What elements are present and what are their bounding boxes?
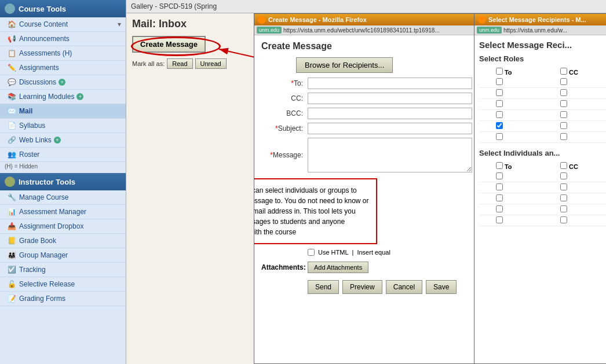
app-container: Course Tools 🏠 Course Content ▾ 📢 Announ…: [0, 0, 606, 364]
cancel-button[interactable]: Cancel: [386, 280, 422, 294]
sidebar-item-course-content[interactable]: 🏠 Course Content ▾: [0, 17, 126, 32]
roster-icon: 👥: [7, 150, 16, 159]
sidebar-item-grading-forms[interactable]: 📝 Grading Forms: [0, 292, 126, 306]
cc-input[interactable]: [308, 93, 472, 104]
sidebar-item-assignments[interactable]: ✏️ Assignments: [0, 61, 126, 75]
sidebar-item-group-manager[interactable]: 👨‍👩‍👧 Group Manager: [0, 248, 126, 263]
sidebar-item-assessments[interactable]: 📋 Assessments (H): [0, 46, 126, 61]
manage-icon: 🔧: [7, 193, 16, 202]
ind-cc-label: CC: [569, 163, 578, 170]
use-html-label: Use HTML: [318, 249, 349, 256]
attachments-row: Attachments: Add Attachments: [261, 258, 472, 277]
modules-badge: +: [76, 93, 83, 100]
unread-button[interactable]: Unread: [195, 58, 227, 69]
add-attachments-button[interactable]: Add Attachments: [308, 262, 368, 273]
i2-cc[interactable]: [560, 183, 567, 190]
announcement-icon: 📢: [7, 34, 16, 43]
save-button[interactable]: Save: [426, 280, 457, 294]
sidebar-item-grade-book[interactable]: 📒 Grade Book: [0, 234, 126, 248]
create-message-button[interactable]: Create Message: [132, 36, 206, 53]
table-row: [479, 121, 606, 132]
sidebar-item-web-links[interactable]: 🔗 Web Links +: [0, 133, 126, 148]
roles-cc-checkbox[interactable]: [560, 68, 567, 75]
r2-cc[interactable]: [560, 89, 567, 96]
sidebar-item-tracking[interactable]: ☑️ Tracking: [0, 263, 126, 277]
r3-to[interactable]: [496, 100, 503, 107]
main-content: Gallery - SPCD-519 (Spring Mail: Inbox C…: [126, 0, 606, 364]
r4-cc[interactable]: [560, 111, 567, 118]
gallery-bar: Gallery - SPCD-519 (Spring: [126, 0, 606, 13]
r6-to[interactable]: [496, 133, 503, 140]
bcc-label: BCC:: [261, 109, 308, 117]
ind-to-checkbox[interactable]: [496, 162, 503, 169]
create-message-window: Create Message - Mozilla Firefox unm.edu…: [254, 13, 480, 364]
attachments-label: Attachments:: [261, 263, 308, 271]
release-icon: 🔓: [7, 280, 16, 289]
i5-cc[interactable]: [560, 216, 567, 223]
i4-to[interactable]: [496, 205, 503, 212]
send-button[interactable]: Send: [308, 280, 339, 294]
r5-to[interactable]: [496, 122, 503, 129]
i3-to[interactable]: [496, 194, 503, 201]
recipients-window-title: Select Message Recipients - M...: [488, 16, 586, 23]
cc-label: CC:: [261, 94, 308, 102]
gradebook-icon: 📒: [7, 236, 16, 245]
group-icon: 👨‍👩‍👧: [7, 251, 16, 260]
sidebar-item-roster[interactable]: 👥 Roster: [0, 148, 126, 162]
i3-cc[interactable]: [560, 194, 567, 201]
use-html-checkbox[interactable]: [308, 249, 315, 256]
recipients-content: Select Message Reci... Select Roles To C…: [474, 35, 606, 363]
read-button[interactable]: Read: [167, 58, 192, 69]
subject-input[interactable]: [308, 123, 472, 134]
r4-to[interactable]: [496, 111, 503, 118]
bcc-row: BCC:: [261, 108, 472, 119]
preview-button[interactable]: Preview: [342, 280, 382, 294]
subject-row: *Subject:: [261, 123, 472, 134]
message-textarea[interactable]: [308, 138, 472, 172]
sidebar: Course Tools 🏠 Course Content ▾ 📢 Announ…: [0, 0, 126, 364]
i5-to[interactable]: [496, 216, 503, 223]
create-message-content: Create Message Browse for Recipients... …: [254, 35, 479, 363]
instructor-globe-icon: [5, 177, 15, 187]
sidebar-item-assessment-manager[interactable]: 📊 Assessment Manager: [0, 205, 126, 219]
roles-cc-label: CC: [569, 69, 578, 76]
sidebar-item-discussions[interactable]: 💬 Discussions +: [0, 75, 126, 90]
r1-cc[interactable]: [560, 78, 567, 85]
sidebar-item-learning-modules[interactable]: 📚 Learning Modules +: [0, 90, 126, 104]
create-message-url: https://vista.unm.edu/webct/urw/lc169189…: [283, 27, 440, 34]
subject-label: *Subject:: [261, 124, 308, 133]
table-row: [479, 132, 606, 143]
roles-to-checkbox[interactable]: [496, 68, 503, 75]
sidebar-item-selective-release[interactable]: 🔓 Selective Release: [0, 277, 126, 292]
sidebar-item-manage-course[interactable]: 🔧 Manage Course: [0, 190, 126, 205]
mail-inbox-panel: Mail: Inbox Create Message Mark all as: …: [126, 13, 260, 364]
sidebar-item-assignment-dropbox[interactable]: 📥 Assignment Dropbox: [0, 219, 126, 234]
bottom-annotation-text: Here you can select individuals or group…: [254, 186, 369, 236]
ind-cc-checkbox[interactable]: [560, 162, 567, 169]
globe-icon: [5, 3, 15, 14]
r2-to[interactable]: [496, 89, 503, 96]
sidebar-item-mail[interactable]: ✉️ Mail: [0, 104, 126, 119]
table-row: [479, 182, 606, 193]
i2-to[interactable]: [496, 183, 503, 190]
r3-cc[interactable]: [560, 100, 567, 107]
r1-to[interactable]: [496, 78, 503, 85]
r6-cc[interactable]: [560, 133, 567, 140]
create-message-title: Create Message: [261, 41, 472, 52]
message-label: *Message:: [261, 151, 308, 159]
i4-cc[interactable]: [560, 205, 567, 212]
sidebar-item-announcements[interactable]: 📢 Announcements: [0, 32, 126, 46]
bcc-input[interactable]: [308, 108, 472, 119]
firefox-icon: [258, 16, 266, 24]
sidebar-item-syllabus[interactable]: 📄 Syllabus: [0, 119, 126, 133]
r5-cc[interactable]: [560, 122, 567, 129]
forms-icon: 📝: [7, 294, 16, 303]
browse-recipients-button[interactable]: Browse for Recipients...: [296, 57, 393, 73]
discussions-badge: +: [59, 79, 65, 86]
recipients-site-badge: unm.edu: [477, 27, 502, 34]
dropbox-icon: 📥: [7, 222, 16, 231]
i1-cc[interactable]: [560, 172, 567, 179]
dropdown-arrow: ▾: [118, 20, 121, 28]
i1-to[interactable]: [496, 172, 503, 179]
to-input[interactable]: [308, 78, 472, 89]
